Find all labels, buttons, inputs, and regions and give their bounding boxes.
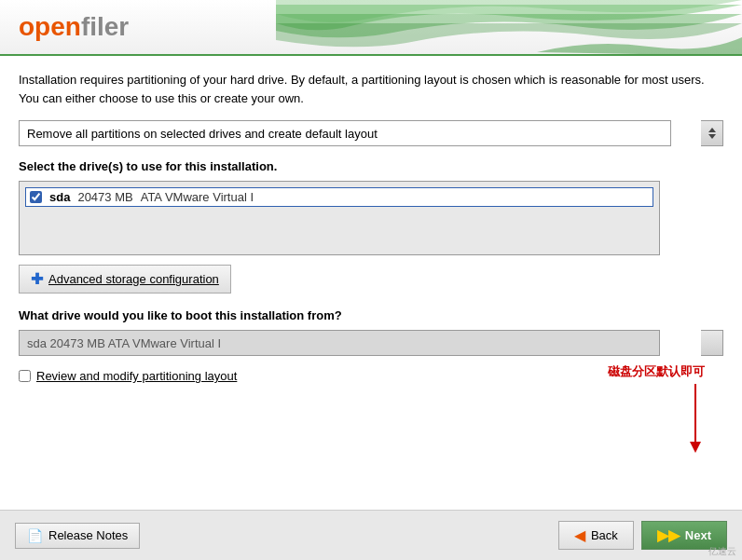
svg-marker-1 [690, 442, 701, 453]
next-arrow-icon: ▶▶ [657, 526, 680, 544]
review-label: Review and modify partitioning layout [36, 369, 237, 383]
boot-drive-dropdown-wrapper: sda 20473 MB ATA VMware Virtual I [19, 330, 723, 356]
boot-drive-select[interactable]: sda 20473 MB ATA VMware Virtual I [19, 330, 660, 356]
release-notes-button[interactable]: 📄 Release Notes [15, 523, 140, 549]
drive-name: sda [49, 190, 70, 204]
drive-model: ATA VMware Virtual I [141, 190, 254, 204]
back-button[interactable]: ◀ Back [558, 521, 634, 550]
logo: openfiler [19, 12, 129, 42]
partition-type-dropdown-arrow [701, 120, 723, 146]
annotation: 磁盘分区默认即可 [608, 363, 705, 458]
boot-drive-dropdown-arrow [701, 330, 723, 356]
logo-filer: filer [81, 12, 129, 41]
back-arrow-icon: ◀ [574, 526, 585, 544]
footer-right: ◀ Back ▶▶ Next [558, 521, 727, 550]
release-notes-label: Release Notes [48, 528, 128, 542]
boot-section-label: What drive would you like to boot this i… [19, 308, 723, 322]
intro-text: Installation requires partitioning of yo… [19, 71, 723, 107]
review-checkbox[interactable] [19, 370, 31, 382]
header-waves-decoration [276, 0, 742, 56]
advanced-storage-button[interactable]: ✚ Advanced storage configuration [19, 265, 231, 294]
watermark: 亿速云 [708, 545, 736, 558]
back-label: Back [591, 528, 618, 542]
footer: 📄 Release Notes ◀ Back ▶▶ Next [0, 510, 742, 560]
annotation-text: 磁盘分区默认即可 [608, 363, 705, 380]
document-icon: 📄 [27, 528, 43, 543]
header: openfiler [0, 0, 742, 56]
drive-section-label: Select the drive(s) to use for this inst… [19, 159, 723, 173]
partition-type-dropdown-wrapper: Remove all partitions on selected drives… [19, 120, 723, 146]
drive-item[interactable]: sda 20473 MB ATA VMware Virtual I [25, 187, 653, 207]
logo-open: open [19, 12, 81, 41]
plus-icon: ✚ [31, 270, 43, 288]
partition-type-select[interactable]: Remove all partitions on selected drives… [19, 120, 671, 146]
footer-left: 📄 Release Notes [15, 523, 140, 549]
arrow-up-icon [708, 128, 716, 132]
next-label: Next [685, 528, 711, 542]
arrow-down-icon [708, 134, 716, 139]
drive-size: 20473 MB [77, 190, 132, 204]
drive-checkbox[interactable] [30, 191, 42, 203]
drive-listbox: sda 20473 MB ATA VMware Virtual I [19, 181, 660, 255]
advanced-storage-label: Advanced storage configuration [48, 272, 219, 286]
annotation-arrow-svg [658, 384, 705, 458]
